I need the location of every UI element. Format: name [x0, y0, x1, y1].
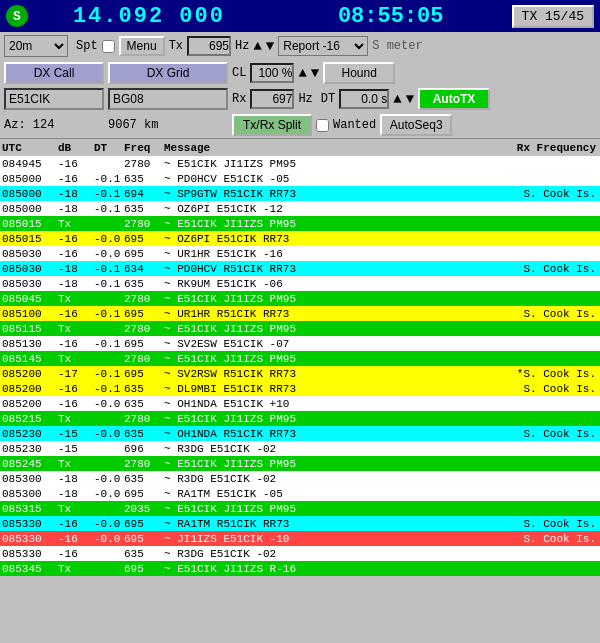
cell-utc: 085030 [2, 248, 58, 260]
cell-db: -16 [58, 533, 94, 545]
cl-input[interactable] [250, 63, 294, 83]
table-row[interactable]: 085200 -16 -0.1 635 ~ DL9MBI E51CIK RR73… [0, 381, 600, 396]
cell-db: -16 [58, 308, 94, 320]
table-row[interactable]: 085215 Tx 2780 ~ E51CIK JI1IZS PM95 [0, 411, 600, 426]
cell-msg: ~ E51CIK JI1IZS PM95 [164, 218, 508, 230]
cell-rxfreq: S. Cook Is. [508, 383, 598, 395]
table-row[interactable]: 085000 -18 -0.1 694 ~ SP9GTW R51CIK RR73… [0, 186, 600, 201]
cell-freq: 635 [124, 398, 164, 410]
cell-dt: -0.0 [94, 488, 124, 500]
cell-utc: 085200 [2, 368, 58, 380]
hound-button[interactable]: Hound [323, 62, 395, 84]
cell-msg: ~ E51CIK JI1IZS PM95 [164, 503, 508, 515]
dt-input[interactable]: 0.0 s [339, 89, 389, 109]
cell-msg: ~ E51CIK JI1IZS PM95 [164, 323, 508, 335]
table-row[interactable]: 085200 -17 -0.1 695 ~ SV2RSW R51CIK RR73… [0, 366, 600, 381]
down-arrow3[interactable]: ▼ [406, 91, 414, 107]
tx-freq-input[interactable]: 695 [187, 36, 231, 56]
hz-label: Hz [235, 39, 249, 53]
table-row[interactable]: 085230 -15 696 ~ R3DG E51CIK -02 [0, 441, 600, 456]
cell-db: Tx [58, 413, 94, 425]
table-row[interactable]: 085130 -16 -0.1 695 ~ SV2ESW E51CIK -07 [0, 336, 600, 351]
band-select[interactable]: 20m [4, 35, 68, 57]
cell-dt: -0.0 [94, 518, 124, 530]
table-row[interactable]: 085145 Tx 2780 ~ E51CIK JI1IZS PM95 [0, 351, 600, 366]
top-bar: S 14.092 000 08:55:05 TX 15/45 [0, 0, 600, 32]
txrx-split-button[interactable]: Tx/Rx Split [232, 114, 312, 136]
up-arrow2[interactable]: ▲ [298, 65, 306, 81]
cell-db: Tx [58, 503, 94, 515]
table-row[interactable]: 085015 -16 -0.0 695 ~ OZ6PI E51CIK RR73 [0, 231, 600, 246]
cell-dt: -0.0 [94, 233, 124, 245]
down-arrow[interactable]: ▼ [266, 38, 274, 54]
table-row[interactable]: 085015 Tx 2780 ~ E51CIK JI1IZS PM95 [0, 216, 600, 231]
cell-db: Tx [58, 323, 94, 335]
cell-utc: 085000 [2, 173, 58, 185]
table-row[interactable]: 085115 Tx 2780 ~ E51CIK JI1IZS PM95 [0, 321, 600, 336]
cell-rxfreq: S. Cook Is. [508, 188, 598, 200]
menu-button[interactable]: Menu [119, 36, 165, 56]
report-select[interactable]: Report -16 [278, 36, 368, 56]
table-row[interactable]: 085000 -18 -0.1 635 ~ OZ6PI E51CIK -12 [0, 201, 600, 216]
cell-utc: 085015 [2, 218, 58, 230]
cell-db: -16 [58, 173, 94, 185]
cell-msg: ~ PD0HCV E51CIK -05 [164, 173, 508, 185]
table-row[interactable]: 085030 -18 -0.1 634 ~ PD0HCV R51CIK RR73… [0, 261, 600, 276]
cell-msg: ~ E51CIK JI1IZS PM95 [164, 458, 508, 470]
table-row[interactable]: 085100 -16 -0.1 695 ~ UR1HR R51CIK RR73 … [0, 306, 600, 321]
table-row[interactable]: 084945 -16 2780 ~ E51CIK JI1IZS PM95 [0, 156, 600, 171]
table-row[interactable]: 085300 -18 -0.0 635 ~ R3DG E51CIK -02 [0, 471, 600, 486]
table-row[interactable]: 085245 Tx 2780 ~ E51CIK JI1IZS PM95 [0, 456, 600, 471]
table-row[interactable]: 085200 -16 -0.0 635 ~ OH1NDA E51CIK +10 [0, 396, 600, 411]
table-row[interactable]: 085345 Tx 695 ~ E51CIK JI1IZS R-16 [0, 561, 600, 576]
cell-utc: 085145 [2, 353, 58, 365]
table-row[interactable]: 085000 -16 -0.1 635 ~ PD0HCV E51CIK -05 [0, 171, 600, 186]
cell-rxfreq: S. Cook Is. [508, 533, 598, 545]
cell-utc: 085200 [2, 398, 58, 410]
dx-call-button[interactable]: DX Call [4, 62, 104, 84]
row3: DX Call DX Grid CL ▲ ▼ Hound [0, 60, 600, 86]
table-row[interactable]: 085300 -18 -0.0 695 ~ RA1TM E51CIK -05 [0, 486, 600, 501]
table-row[interactable]: 085330 -16 635 ~ R3DG E51CIK -02 [0, 546, 600, 561]
cell-dt: -0.0 [94, 248, 124, 260]
cell-msg: ~ E51CIK JI1IZS PM95 [164, 413, 508, 425]
down-arrow2[interactable]: ▼ [311, 65, 319, 81]
dx-grid-value[interactable]: BG08 [108, 88, 228, 110]
table-row[interactable]: 085030 -18 -0.1 635 ~ RK9UM E51CIK -06 [0, 276, 600, 291]
wanted-checkbox[interactable] [316, 119, 329, 132]
up-arrow3[interactable]: ▲ [393, 91, 401, 107]
table-body[interactable]: 084945 -16 2780 ~ E51CIK JI1IZS PM95 085… [0, 156, 600, 576]
table-row[interactable]: 085045 Tx 2780 ~ E51CIK JI1IZS PM95 [0, 291, 600, 306]
cell-rxfreq: S. Cook Is. [508, 308, 598, 320]
table-row[interactable]: 085030 -16 -0.0 695 ~ UR1HR E51CIK -16 [0, 246, 600, 261]
cell-utc: 085000 [2, 188, 58, 200]
dx-grid-button[interactable]: DX Grid [108, 62, 228, 84]
spt-checkbox[interactable] [102, 40, 115, 53]
dx-call-value[interactable]: E51CIK [4, 88, 104, 110]
az-label: Az: 124 [4, 118, 104, 132]
cell-db: Tx [58, 353, 94, 365]
cell-msg: ~ OH1NDA R51CIK RR73 [164, 428, 508, 440]
cell-freq: 635 [124, 173, 164, 185]
cell-utc: 085130 [2, 338, 58, 350]
table-row[interactable]: 085330 -16 -0.0 695 ~ RA1TM R51CIK RR73 … [0, 516, 600, 531]
cell-dt: -0.1 [94, 263, 124, 275]
table-row[interactable]: 085330 -16 -0.0 695 ~ JI1IZS E51CIK -10 … [0, 531, 600, 546]
cell-msg: ~ OH1NDA E51CIK +10 [164, 398, 508, 410]
table-row[interactable]: 085315 Tx 2035 ~ E51CIK JI1IZS PM95 [0, 501, 600, 516]
cell-db: -18 [58, 473, 94, 485]
cell-db: Tx [58, 218, 94, 230]
up-arrow[interactable]: ▲ [253, 38, 261, 54]
autotx-button[interactable]: AutoTX [418, 88, 490, 110]
cell-msg: ~ SV2ESW E51CIK -07 [164, 338, 508, 350]
autoseq-button[interactable]: AutoSeq3 [380, 114, 452, 136]
table-row[interactable]: 085230 -15 -0.0 635 ~ OH1NDA R51CIK RR73… [0, 426, 600, 441]
cell-msg: ~ SV2RSW R51CIK RR73 [164, 368, 508, 380]
rx-freq-input[interactable]: 697 [250, 89, 294, 109]
row4: E51CIK BG08 Rx 697 Hz DT 0.0 s ▲ ▼ AutoT… [0, 86, 600, 112]
cell-utc: 085330 [2, 533, 58, 545]
cell-db: -16 [58, 338, 94, 350]
cell-utc: 085030 [2, 263, 58, 275]
row2: 20m Spt Menu Tx 695 Hz ▲ ▼ Report -16 S … [0, 32, 600, 60]
cell-utc: 085330 [2, 548, 58, 560]
